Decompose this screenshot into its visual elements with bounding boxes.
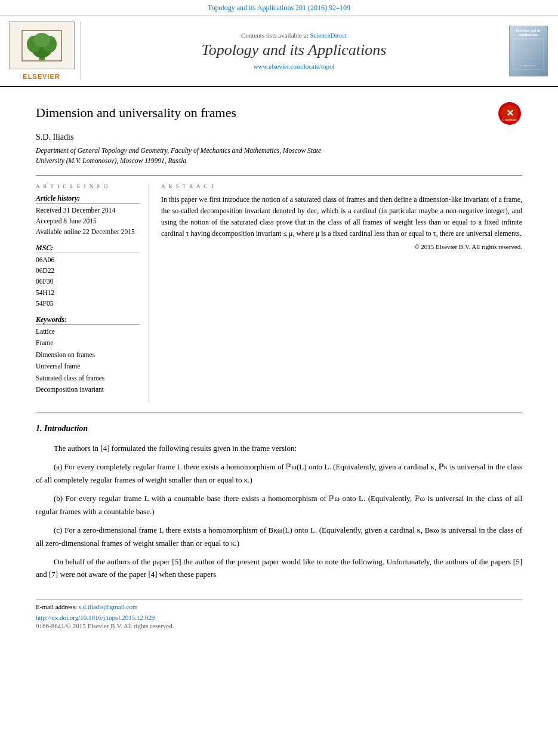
crossmark-icon: ✕ CrossMark: [498, 102, 521, 125]
email-link[interactable]: s.d.iliadis@gmail.com: [78, 603, 137, 610]
keyword-decomposition: Decomposition invariant: [36, 384, 140, 396]
journal-thumbnail: Topology and its Applications Applicatio…: [507, 21, 549, 80]
intro-para-a: (a) For every completely regular frame L…: [36, 460, 522, 486]
intro-para-d: On behalf of the authors of the paper [5…: [36, 555, 522, 581]
msc-group: MSC: 06A06 06D22 06F30 54H12 54F05: [36, 244, 140, 309]
keyword-dimension: Dimension on frames: [36, 349, 140, 361]
msc-code-1: 06A06: [36, 254, 140, 265]
footnote-area: E-mail address: s.d.iliadis@gmail.com: [36, 599, 522, 610]
keywords-title: Keywords:: [36, 315, 140, 325]
journal-citation-text: Topology and its Applications 201 (2016)…: [208, 4, 350, 12]
received-date: Received 31 December 2014: [36, 205, 140, 216]
msc-code-5: 54F05: [36, 298, 140, 309]
svg-text:Applications: Applications: [520, 64, 536, 67]
journal-citation-bar: Topology and its Applications 201 (2016)…: [0, 0, 558, 16]
keyword-frame: Frame: [36, 337, 140, 349]
copyright-footer: 0166-8641/© 2015 Elsevier B.V. All right…: [36, 622, 522, 629]
email-label: E-mail address:: [36, 603, 77, 610]
journal-cover-image: Topology and its Applications Applicatio…: [509, 26, 548, 76]
email-footnote: E-mail address: s.d.iliadis@gmail.com: [36, 603, 522, 610]
section-divider: [36, 413, 522, 413]
article-history-group: Article history: Received 31 December 20…: [36, 194, 140, 238]
banner-journal-url[interactable]: www.elsevier.com/locate/topol: [253, 63, 334, 70]
journal-banner: ELSEVIER Contents lists available at Sci…: [0, 16, 558, 87]
keyword-saturated: Saturated class of frames: [36, 373, 140, 385]
sciencedirect-link[interactable]: ScienceDirect: [310, 32, 347, 39]
affiliation: Department of General Topology and Geome…: [36, 146, 522, 167]
svg-point-4: [33, 33, 50, 47]
author-name: S.D. Iliadis: [36, 133, 522, 142]
abstract-column: A B S T R A C T In this paper we first i…: [161, 183, 522, 402]
msc-code-3: 06F30: [36, 276, 140, 287]
doi-link[interactable]: http://dx.doi.org/10.1016/j.topol.2015.1…: [36, 614, 155, 621]
article-info-abstract-section: A R T I C L E I N F O Article history: R…: [36, 176, 522, 402]
msc-code-4: 54H12: [36, 287, 140, 298]
msc-title: MSC:: [36, 244, 140, 253]
accepted-date: Accepted 8 June 2015: [36, 216, 140, 226]
banner-center: Contents lists available at ScienceDirec…: [87, 21, 501, 80]
banner-journal-title: Topology and its Applications: [202, 41, 387, 59]
svg-text:✕: ✕: [506, 108, 514, 118]
keyword-universal: Universal frame: [36, 361, 140, 373]
intro-para-1: The authors in [4] formulated the follow…: [36, 442, 522, 454]
doi-line[interactable]: http://dx.doi.org/10.1016/j.topol.2015.1…: [36, 614, 522, 621]
svg-text:CrossMark: CrossMark: [502, 118, 517, 121]
keywords-group: Keywords: Lattice Frame Dimension on fra…: [36, 315, 140, 396]
abstract-copyright: © 2015 Elsevier B.V. All rights reserved…: [161, 243, 522, 250]
msc-code-2: 06D22: [36, 265, 140, 276]
cover-title-text: Topology and its Applications: [512, 29, 545, 38]
intro-para-c: (c) For a zero-dimensional frame L there…: [36, 524, 522, 549]
article-info-column: A R T I C L E I N F O Article history: R…: [36, 183, 149, 402]
available-date: Available online 22 December 2015: [36, 226, 140, 237]
keyword-lattice: Lattice: [36, 326, 140, 338]
crossmark-badge[interactable]: ✕ CrossMark: [498, 102, 522, 126]
elsevier-tree-icon: [21, 29, 63, 62]
abstract-label: A B S T R A C T: [161, 183, 522, 189]
elsevier-logo-section: ELSEVIER: [9, 21, 81, 80]
history-title: Article history:: [36, 194, 140, 204]
elsevier-wordmark: ELSEVIER: [23, 73, 60, 80]
paper-title: Dimension and universality on frames: [36, 105, 236, 121]
paper-body: Dimension and universality on frames ✕ C…: [0, 87, 558, 653]
section-1-heading: 1. Introduction: [36, 424, 522, 434]
sciencedirect-line: Contents lists available at ScienceDirec…: [241, 32, 347, 39]
elsevier-logo-box: [9, 21, 75, 69]
cover-decoration-icon: Applications: [512, 38, 545, 70]
intro-para-b: (b) For every regular frame L with a cou…: [36, 492, 522, 518]
abstract-text: In this paper we first introduce the not…: [161, 194, 522, 240]
article-info-label: A R T I C L E I N F O: [36, 183, 140, 189]
